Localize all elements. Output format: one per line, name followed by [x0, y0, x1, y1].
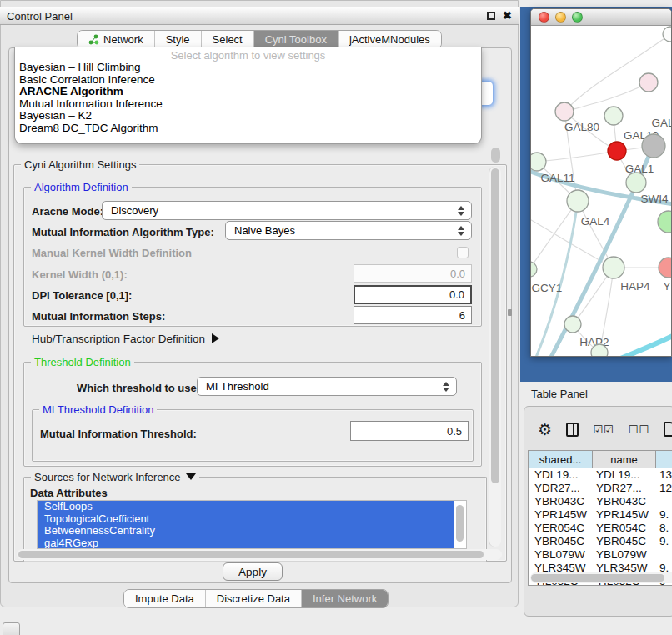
network-view-window[interactable]: GALGAL80GAL10GAL1GAL11SWI4GAL4GCY1HAP4YH…	[530, 8, 672, 357]
zoom-traffic-light-icon[interactable]	[572, 12, 583, 22]
dpi-tolerance-field[interactable]: 0.0	[354, 285, 472, 304]
algorithm-option[interactable]: Mutual Information Inference	[15, 98, 481, 111]
network-node-y[interactable]	[659, 258, 672, 278]
mi-type-label: Mutual Information Algorithm Type:	[32, 226, 214, 238]
algorithm-option[interactable]: Dream8 DC_TDC Algorithm	[15, 122, 481, 135]
algorithm-dropdown-placeholder: Select algorithm to view settings	[15, 49, 481, 62]
table-row[interactable]: YER054CYER054C8.	[529, 522, 672, 535]
network-node-gal11[interactable]	[531, 152, 546, 171]
table-cell: 12	[656, 482, 672, 495]
scrollbar-fragment[interactable]	[491, 148, 500, 162]
network-node-gal4[interactable]	[567, 190, 589, 212]
top-tab-bar: NetworkStyleSelectCyni ToolboxjActiveMNo…	[77, 30, 442, 49]
table-cell: 13	[656, 468, 672, 482]
checked-checkboxes-icon[interactable]: ☑☑	[593, 423, 614, 436]
close-icon[interactable]: ✖	[503, 12, 512, 20]
table-row[interactable]: YBL079WYBL079W	[529, 548, 672, 562]
columns-icon[interactable]	[566, 422, 579, 437]
algorithm-option[interactable]: Basic Correlation Inference	[15, 74, 481, 87]
list-scrollbar-thumb[interactable]	[456, 505, 464, 542]
close-traffic-light-icon[interactable]	[539, 12, 549, 22]
tab-label: Select	[213, 33, 243, 46]
table-cell: YER054C	[593, 522, 656, 535]
mi-threshold-field[interactable]: 0.5	[350, 421, 469, 441]
data-attributes-list[interactable]: SelfLoopsTopologicalCoefficientBetweenne…	[37, 500, 467, 549]
column-header[interactable]: name	[593, 451, 656, 468]
table-row[interactable]: YPR145WYPR145W9.	[529, 508, 672, 522]
network-node-gal10[interactable]	[604, 107, 623, 125]
network-node-gal1[interactable]	[608, 142, 626, 160]
attribute-list-item[interactable]: gal4RGexp	[38, 538, 454, 549]
tab-network[interactable]: Network	[78, 31, 155, 48]
column-header[interactable]	[656, 451, 672, 468]
corner-button[interactable]	[3, 622, 20, 635]
column-header[interactable]: shared...	[529, 451, 593, 468]
table-cell: YBL079W	[529, 548, 593, 562]
settings-horizontal-scrollbar[interactable]	[17, 549, 502, 560]
tab-cyni-toolbox[interactable]: Cyni Toolbox	[254, 31, 339, 48]
network-node-hap4[interactable]	[603, 257, 624, 278]
network-node-hap2[interactable]	[564, 316, 581, 332]
tab-style[interactable]: Style	[155, 31, 202, 48]
network-node-gal[interactable]	[639, 73, 658, 92]
mi-threshold-definition-title: MI Threshold Definition	[39, 403, 157, 416]
node-label: HAP4	[620, 280, 650, 292]
table-row[interactable]: YDR27...YDR27...12	[529, 482, 672, 495]
node-table[interactable]: shared...name YDL19...YDL19...13YDR27...…	[528, 450, 672, 586]
network-node-gcy1[interactable]	[531, 262, 537, 277]
table-header-row: shared...name	[529, 451, 672, 468]
network-node[interactable]	[642, 134, 665, 158]
data-attributes-label: Data Attributes	[30, 487, 108, 499]
gear-icon[interactable]: ⚙	[538, 421, 552, 438]
algorithm-option[interactable]: ARACNE Algorithm	[15, 86, 481, 98]
tab-infer-network[interactable]: Infer Network	[302, 590, 388, 608]
table-row[interactable]: YBR045CYBR045C9.	[529, 535, 672, 548]
network-node-swi4[interactable]	[626, 172, 646, 192]
attribute-list-item[interactable]: BetweennessCentrality	[38, 525, 454, 538]
which-threshold-combobox[interactable]: MI Threshold	[197, 377, 457, 396]
threshold-definition-title: Threshold Definition	[31, 356, 134, 368]
tab-impute-data[interactable]: Impute Data	[124, 590, 206, 608]
table-row[interactable]: YDL19...YDL19...13	[529, 468, 672, 482]
table-cell: YDL19...	[593, 468, 656, 482]
mi-steps-field[interactable]: 6	[354, 306, 472, 324]
tab-jactivemnodules[interactable]: jActiveMNodules	[339, 31, 441, 48]
table-cell: YDR27...	[529, 482, 593, 495]
network-node-gal80[interactable]	[555, 102, 574, 121]
float-window-icon[interactable]	[487, 12, 495, 20]
manual-kernel-width-checkbox[interactable]	[457, 247, 469, 258]
tab-discretize-data[interactable]: Discretize Data	[206, 590, 302, 608]
tab-select[interactable]: Select	[202, 31, 254, 48]
hub-definition-expander[interactable]: Hub/Transcription Factor Definition	[32, 332, 219, 345]
network-node[interactable]	[663, 27, 672, 42]
tab-label: jActiveMNodules	[349, 33, 430, 46]
document-icon[interactable]	[664, 422, 672, 437]
table-horizontal-thumb[interactable]	[531, 574, 664, 582]
table-cell: 9.	[656, 508, 672, 522]
mi-steps-value: 6	[459, 309, 465, 322]
table-horizontal-scrollbar[interactable]	[530, 572, 672, 583]
mi-algorithm-type-combobox[interactable]: Naive Bayes	[225, 221, 472, 240]
table-row[interactable]: YBR043CYBR043C	[529, 495, 672, 508]
table-cell: YDL19...	[529, 468, 593, 482]
settings-horizontal-thumb[interactable]	[18, 551, 484, 558]
apply-button[interactable]: Apply	[223, 562, 283, 581]
minimize-traffic-light-icon[interactable]	[555, 12, 566, 22]
tab-label: Style	[166, 33, 190, 46]
aracne-mode-value: Discovery	[111, 204, 158, 217]
expand-right-icon	[212, 333, 219, 343]
attribute-list-item[interactable]: TopologicalCoefficient	[38, 513, 454, 526]
splitpane-handle[interactable]	[508, 309, 512, 316]
kernel-width-field[interactable]: 0.0	[354, 264, 472, 282]
algorithm-option[interactable]: Bayesian – K2	[15, 110, 481, 122]
algorithm-option[interactable]: Bayesian – Hill Climbing	[15, 62, 481, 74]
attribute-list-item[interactable]: SelfLoops	[38, 501, 454, 513]
network-node[interactable]	[591, 344, 608, 357]
unchecked-checkboxes-icon[interactable]: ☐☐	[629, 423, 649, 436]
network-node[interactable]	[658, 211, 672, 232]
network-graph[interactable]: GALGAL80GAL10GAL1GAL11SWI4GAL4GCY1HAP4YH…	[531, 26, 672, 357]
settings-vertical-scrollbar[interactable]	[489, 167, 501, 547]
aracne-mode-combobox[interactable]: Discovery	[102, 201, 472, 220]
sources-group-title: Sources for Network Inference	[31, 471, 199, 483]
settings-vertical-thumb[interactable]	[491, 168, 499, 483]
